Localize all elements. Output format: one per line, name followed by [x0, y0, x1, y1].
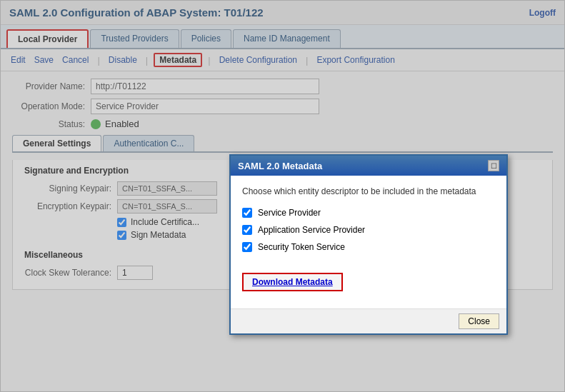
modal-option-service-provider: Service Provider [242, 208, 495, 218]
modal-body: Choose which entity descriptor to be inc… [231, 176, 506, 308]
modal-close-icon-btn[interactable]: ☐ [488, 160, 499, 171]
app-service-provider-checkbox[interactable] [242, 225, 252, 235]
modal-option-app-service-provider: Application Service Provider [242, 225, 495, 235]
download-metadata-button[interactable]: Download Metadata [242, 273, 343, 291]
modal-description: Choose which entity descriptor to be inc… [242, 186, 495, 198]
security-token-service-checkbox[interactable] [242, 242, 252, 252]
service-provider-label: Service Provider [258, 208, 321, 218]
security-token-service-label: Security Token Service [258, 242, 345, 252]
modal-dialog: SAML 2.0 Metadata ☐ Choose which entity … [229, 154, 508, 335]
modal-option-security-token-service: Security Token Service [242, 242, 495, 252]
main-container: SAML 2.0 Configuration of ABAP System: T… [0, 0, 565, 392]
modal-footer: Close [231, 308, 506, 333]
service-provider-checkbox[interactable] [242, 208, 252, 218]
modal-titlebar: SAML 2.0 Metadata ☐ [231, 156, 506, 176]
modal-title: SAML 2.0 Metadata [238, 161, 322, 171]
modal-close-button[interactable]: Close [459, 313, 499, 329]
app-service-provider-label: Application Service Provider [258, 225, 365, 235]
